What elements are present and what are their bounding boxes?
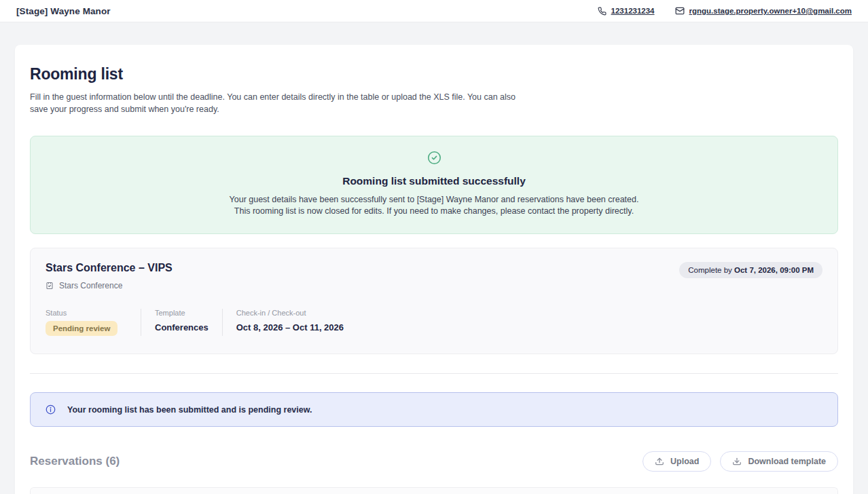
status-badge: Pending review (46, 321, 117, 336)
property-name: [Stage] Wayne Manor (16, 6, 111, 16)
event-calendar-icon (46, 282, 54, 290)
event-subtitle: Stars Conference (59, 281, 122, 290)
download-template-button[interactable]: Download template (720, 451, 838, 472)
upload-button[interactable]: Upload (643, 451, 711, 472)
info-banner-text: Your rooming list has been submitted and… (67, 405, 312, 415)
page-description: Fill in the guest information below unti… (30, 92, 532, 115)
check-circle-icon (427, 151, 441, 165)
upload-icon (655, 457, 664, 466)
envelope-icon (675, 6, 685, 16)
info-icon (46, 404, 56, 415)
phone-contact: 1231231234 (598, 7, 655, 16)
pending-review-info-banner: Your rooming list has been submitted and… (30, 392, 838, 427)
phone-icon (598, 7, 607, 16)
email-contact: rgngu.stage.property.owner+10@gmail.com (675, 6, 852, 16)
checkin-checkout-label: Check-in / Check-out (236, 309, 344, 317)
download-icon (732, 457, 742, 466)
page-title: Rooming list (30, 65, 838, 83)
table-group-header-row: RESERVATIONS GUESTS (31, 488, 837, 494)
status-label: Status (46, 309, 127, 317)
status-field: Status Pending review (46, 309, 141, 336)
top-header-bar: [Stage] Wayne Manor 1231231234 rgngu.sta… (0, 0, 868, 22)
template-field: Template Conferences (141, 309, 222, 336)
event-title: Stars Conference – VIPS (46, 262, 173, 274)
email-link[interactable]: rgngu.stage.property.owner+10@gmail.com (689, 7, 852, 15)
template-value: Conferences (155, 322, 209, 332)
checkin-checkout-field: Check-in / Check-out Oct 8, 2026 – Oct 1… (222, 309, 357, 336)
template-label: Template (155, 309, 209, 317)
checkin-checkout-value: Oct 8, 2026 – Oct 11, 2026 (236, 322, 344, 332)
success-banner-line1: Your guest details have been successfull… (51, 194, 817, 206)
reservations-table: RESERVATIONS GUESTS # Arrival Date * Dep… (30, 487, 838, 494)
rooming-list-card: Rooming list Fill in the guest informati… (15, 45, 853, 494)
section-divider (30, 373, 838, 374)
reservations-heading: Reservations (6) (30, 455, 120, 468)
success-banner: Rooming list submitted successfully Your… (30, 136, 838, 234)
event-summary-card: Stars Conference – VIPS Stars Conference… (30, 248, 838, 354)
phone-link[interactable]: 1231231234 (611, 7, 655, 15)
complete-by-badge: Complete by Oct 7, 2026, 09:00 PM (679, 262, 822, 278)
success-banner-line2: This rooming list is now closed for edit… (51, 206, 817, 217)
success-banner-title: Rooming list submitted successfully (51, 175, 817, 187)
